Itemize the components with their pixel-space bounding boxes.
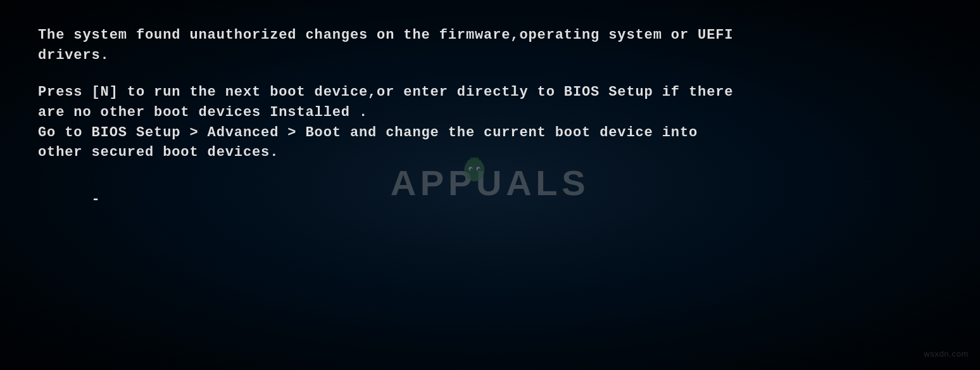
svg-rect-2 — [470, 157, 479, 162]
message-line-2: drivers. — [38, 46, 942, 66]
appuals-text-a: A — [391, 162, 420, 203]
appuals-text-rest: PPUALS — [420, 162, 589, 203]
svg-point-6 — [478, 169, 480, 170]
message-line-6: Go to BIOS Setup > Advanced > Boot and c… — [38, 123, 942, 143]
message-line-1: The system found unauthorized changes on… — [38, 25, 942, 46]
cursor-indicator: - — [92, 189, 101, 210]
appuals-logo: A PPUALS — [391, 162, 590, 203]
watermark: wsxdn.com — [924, 349, 969, 359]
bios-screen: The system found unauthorized changes on… — [0, 0, 980, 370]
spacer — [38, 66, 942, 82]
svg-point-7 — [474, 172, 476, 174]
message-line-4: Press [N] to run the next boot device,or… — [38, 82, 942, 103]
message-line-5: are no other boot devices Installed . — [38, 103, 942, 123]
svg-point-5 — [470, 169, 472, 170]
appuals-mascot-icon — [458, 156, 492, 190]
